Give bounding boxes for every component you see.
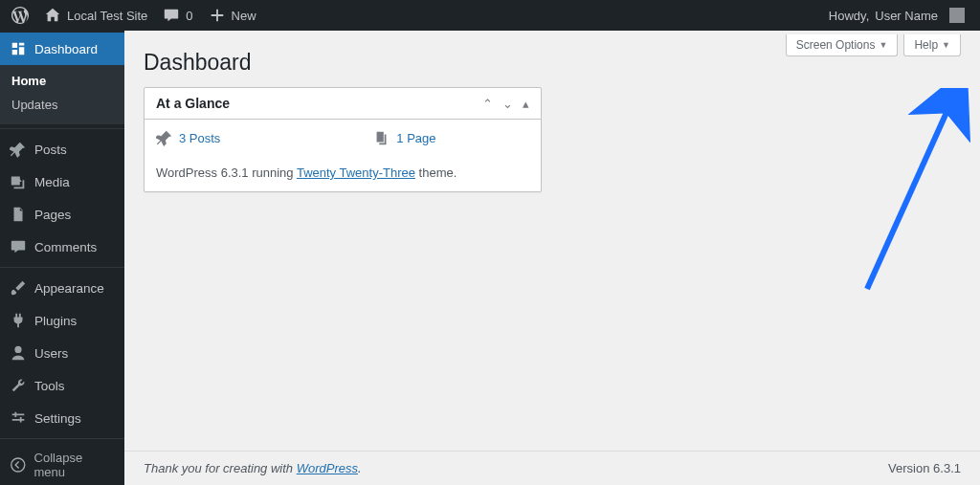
glance-pages-link[interactable]: 1 Page xyxy=(396,131,435,145)
footer-version: Version 6.3.1 xyxy=(888,461,961,475)
submenu-item-updates[interactable]: Updates xyxy=(0,93,124,117)
sidebar-item-label: Comments xyxy=(34,240,97,254)
admin-bar: Local Test Site 0 New Howdy, User Name xyxy=(0,0,980,31)
comments-icon xyxy=(10,238,27,255)
my-account[interactable]: Howdy, User Name xyxy=(821,0,972,31)
footer-thanks: Thank you for creating with WordPress. xyxy=(144,461,362,475)
sidebar-item-tools[interactable]: Tools xyxy=(0,369,124,402)
home-icon xyxy=(44,7,61,24)
sidebar-item-comments[interactable]: Comments xyxy=(0,231,124,263)
sidebar-item-label: Users xyxy=(34,346,68,361)
pages-icon xyxy=(373,129,390,146)
sidebar-item-label: Appearance xyxy=(34,281,104,296)
glance-posts[interactable]: 3 Posts xyxy=(156,129,220,146)
pin-icon xyxy=(10,141,27,158)
user-name-label: User Name xyxy=(875,9,938,23)
sidebar-item-users[interactable]: Users xyxy=(0,337,124,369)
sidebar-item-media[interactable]: Media xyxy=(0,165,124,198)
glance-title: At a Glance xyxy=(156,96,230,111)
chevron-down-icon: ▼ xyxy=(942,40,950,50)
sidebar-item-posts[interactable]: Posts xyxy=(0,133,124,165)
glance-widget: At a Glance ⌃ ⌄ ▴ 3 Posts 1 Page xyxy=(144,87,542,192)
howdy-prefix: Howdy, xyxy=(829,9,869,23)
admin-sidebar: Dashboard Home Updates Posts Media Pages… xyxy=(0,31,124,485)
page-icon xyxy=(10,206,27,223)
submenu-item-home[interactable]: Home xyxy=(0,69,124,93)
glance-posts-link[interactable]: 3 Posts xyxy=(179,131,220,145)
sidebar-item-label: Dashboard xyxy=(34,42,98,56)
sidebar-item-appearance[interactable]: Appearance xyxy=(0,272,124,304)
comment-icon xyxy=(163,7,180,24)
sidebar-item-label: Plugins xyxy=(34,314,77,328)
sidebar-item-label: Media xyxy=(34,175,70,189)
chevron-down-icon: ▼ xyxy=(879,40,887,50)
sidebar-item-label: Settings xyxy=(34,411,81,426)
help-tab[interactable]: Help ▼ xyxy=(903,34,961,56)
collapse-icon xyxy=(10,456,27,474)
new-label: New xyxy=(232,9,256,23)
help-label: Help xyxy=(914,38,938,52)
content-area: Screen Options ▼ Help ▼ Dashboard At a G… xyxy=(124,31,980,485)
svg-line-1 xyxy=(867,98,953,289)
brush-icon xyxy=(10,279,27,297)
move-up-icon[interactable]: ⌃ xyxy=(482,97,493,111)
dashboard-icon xyxy=(10,40,27,57)
media-icon xyxy=(10,173,27,190)
collapse-label: Collapse menu xyxy=(34,451,115,479)
dashboard-submenu: Home Updates xyxy=(0,65,124,124)
new-content[interactable]: New xyxy=(201,0,264,31)
sidebar-item-pages[interactable]: Pages xyxy=(0,198,124,231)
sidebar-item-label: Tools xyxy=(34,379,65,393)
sliders-icon xyxy=(10,409,27,427)
sidebar-item-settings[interactable]: Settings xyxy=(0,402,124,434)
sidebar-item-label: Pages xyxy=(34,208,71,222)
wp-logo[interactable] xyxy=(4,0,36,31)
arrow-annotation xyxy=(858,88,972,298)
glance-header: At a Glance ⌃ ⌄ ▴ xyxy=(145,88,541,120)
pin-icon xyxy=(156,129,173,146)
toggle-icon[interactable]: ▴ xyxy=(523,97,529,111)
admin-footer: Thank you for creating with WordPress. V… xyxy=(124,451,980,485)
comments-count: 0 xyxy=(186,9,192,23)
sidebar-item-plugins[interactable]: Plugins xyxy=(0,304,124,337)
plug-icon xyxy=(10,312,27,329)
screen-options-label: Screen Options xyxy=(796,38,876,52)
site-name-label: Local Test Site xyxy=(67,9,147,23)
wrench-icon xyxy=(10,377,27,394)
wp-link[interactable]: WordPress xyxy=(297,461,358,475)
collapse-menu[interactable]: Collapse menu xyxy=(0,443,124,485)
comments-link[interactable]: 0 xyxy=(155,0,200,31)
move-down-icon[interactable]: ⌄ xyxy=(502,97,513,111)
avatar xyxy=(949,8,965,23)
plus-icon xyxy=(209,7,226,24)
svg-point-0 xyxy=(11,458,25,472)
wordpress-icon xyxy=(11,7,29,24)
sidebar-item-label: Posts xyxy=(34,143,67,157)
wp-version-info: WordPress 6.3.1 running Twenty Twenty-Th… xyxy=(156,156,529,180)
site-name[interactable]: Local Test Site xyxy=(36,0,155,31)
screen-options-tab[interactable]: Screen Options ▼ xyxy=(786,34,899,56)
user-icon xyxy=(10,344,27,362)
sidebar-item-dashboard[interactable]: Dashboard xyxy=(0,33,124,65)
theme-link[interactable]: Twenty Twenty-Three xyxy=(297,165,415,180)
glance-pages[interactable]: 1 Page xyxy=(373,129,435,146)
